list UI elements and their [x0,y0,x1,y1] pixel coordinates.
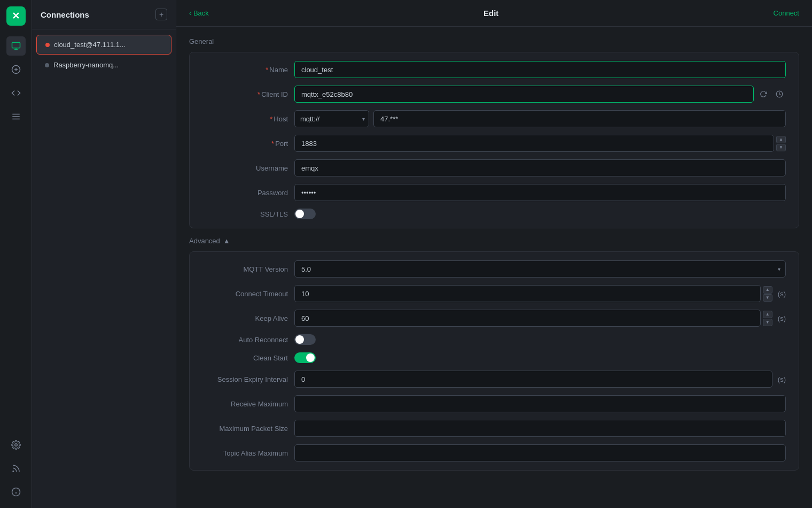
keep-alive-row: Keep Alive ▲ ▼ (s) [202,310,786,327]
host-protocol-wrapper: mqtt:// mqtts:// ws:// wss:// [294,110,369,127]
mqtt-version-select[interactable]: 3.1 3.1.1 5.0 [294,260,786,278]
connect-timeout-row: Connect Timeout ▲ ▼ (s) [202,285,786,302]
ssl-tls-toggle[interactable] [294,209,316,219]
sidebar-header: Connections + [32,0,176,29]
username-label: Username [202,164,288,172]
ssl-tls-label: SSL/TLS [202,210,288,218]
conn2-label: Raspberry-nanomq... [53,61,119,69]
general-section-card: *Name *Client ID [189,52,799,228]
username-row: Username [202,159,786,176]
port-input[interactable] [294,135,774,152]
svg-rect-0 [12,42,20,48]
client-id-label: *Client ID [202,90,288,98]
session-expiry-input[interactable] [294,371,772,388]
code-nav-icon[interactable] [6,83,26,103]
keep-alive-unit: (s) [778,314,786,322]
keep-alive-input[interactable] [294,310,761,327]
auto-reconnect-label: Auto Reconnect [202,336,288,344]
back-button[interactable]: ‹ Back [189,9,209,17]
icon-bar: ✕ [0,0,32,508]
advanced-collapse-icon[interactable]: ▲ [223,237,230,245]
client-id-field-group [294,86,786,103]
clean-start-label: Clean Start [202,354,288,362]
connect-timeout-label: Connect Timeout [202,290,288,298]
sidebar: Connections + cloud_test@47.111.1... Ras… [32,0,176,508]
topic-alias-label: Topic Alias Maximum [202,449,288,457]
clean-start-slider [294,352,316,363]
receive-maximum-input[interactable] [294,395,786,412]
password-input[interactable] [294,184,786,201]
ssl-tls-row: SSL/TLS [202,209,786,219]
client-id-input[interactable] [294,86,754,103]
svg-point-10 [13,471,14,472]
keep-alive-increment-button[interactable]: ▲ [763,311,772,318]
password-label: Password [202,189,288,197]
auto-reconnect-toggle[interactable] [294,334,316,345]
session-expiry-field-group: (s) [294,371,786,388]
connect-timeout-field-group: ▲ ▼ (s) [294,285,786,302]
port-label: *Port [202,140,288,148]
mqtt-version-label: MQTT Version [202,265,288,273]
app-logo[interactable]: ✕ [6,6,26,26]
session-expiry-row: Session Expiry Interval (s) [202,371,786,388]
conn1-status-dot [45,43,50,47]
keep-alive-decrement-button[interactable]: ▼ [763,319,772,326]
logs-nav-icon[interactable] [6,107,26,126]
clean-start-row: Clean Start [202,352,786,363]
host-input[interactable] [373,110,786,127]
general-section-header: General [189,37,799,45]
name-label: *Name [202,66,288,74]
sidebar-item-conn1[interactable]: cloud_test@47.111.1... [36,35,171,55]
sidebar-item-conn2[interactable]: Raspberry-nanomq... [36,56,171,74]
host-protocol-select[interactable]: mqtt:// mqtts:// ws:// wss:// [294,110,369,127]
connect-timeout-spinners: ▲ ▼ [763,286,772,302]
settings-nav-icon[interactable] [6,435,26,455]
add-nav-icon[interactable] [6,60,26,79]
info-nav-icon[interactable] [6,482,26,502]
connect-timeout-decrement-button[interactable]: ▼ [763,294,772,302]
port-increment-button[interactable]: ▲ [776,136,786,143]
rss-nav-icon[interactable] [6,459,26,478]
session-expiry-unit: (s) [778,375,786,383]
topic-alias-row: Topic Alias Maximum [202,444,786,461]
advanced-section-card: MQTT Version 3.1 3.1.1 5.0 Connect Timeo… [189,251,799,471]
refresh-client-id-icon[interactable] [757,88,770,101]
conn1-label: cloud_test@47.111.1... [54,41,126,49]
name-required-star: * [266,66,268,74]
auto-reconnect-slider [294,334,316,345]
keep-alive-label: Keep Alive [202,314,288,322]
keep-alive-field-group: ▲ ▼ (s) [294,310,786,327]
mqtt-version-row: MQTT Version 3.1 3.1.1 5.0 [202,260,786,278]
keep-alive-spinners: ▲ ▼ [763,311,772,326]
host-label: *Host [202,115,288,123]
history-client-id-icon[interactable] [773,88,786,101]
password-row: Password [202,184,786,201]
session-expiry-label: Session Expiry Interval [202,375,288,383]
name-input[interactable] [294,61,786,78]
clean-start-toggle[interactable] [294,352,316,363]
name-row: *Name [202,61,786,78]
connect-timeout-unit: (s) [778,290,786,298]
connect-timeout-increment-button[interactable]: ▲ [763,286,772,294]
receive-maximum-row: Receive Maximum [202,395,786,412]
main-content: ‹ Back Edit Connect General *Name *Clien… [176,0,812,508]
port-row: *Port ▲ ▼ [202,135,786,152]
port-decrement-button[interactable]: ▼ [776,144,786,151]
max-packet-size-label: Maximum Packet Size [202,425,288,433]
connections-nav-icon[interactable] [6,36,26,56]
advanced-section-header: Advanced ▲ [189,237,799,245]
add-connection-button[interactable]: + [155,9,167,20]
topic-alias-input[interactable] [294,444,786,461]
host-field-group: mqtt:// mqtts:// ws:// wss:// [294,110,786,127]
conn2-status-dot [45,63,49,67]
connect-timeout-input[interactable] [294,285,761,302]
connect-button[interactable]: Connect [774,9,799,17]
mqtt-version-wrapper: 3.1 3.1.1 5.0 [294,260,786,278]
auto-reconnect-row: Auto Reconnect [202,334,786,345]
edit-form: General *Name *Client ID [176,27,812,508]
topbar: ‹ Back Edit Connect [176,0,812,27]
max-packet-size-input[interactable] [294,420,786,437]
username-input[interactable] [294,159,786,176]
host-row: *Host mqtt:// mqtts:// ws:// wss:// [202,110,786,127]
port-field-group: ▲ ▼ [294,135,786,152]
